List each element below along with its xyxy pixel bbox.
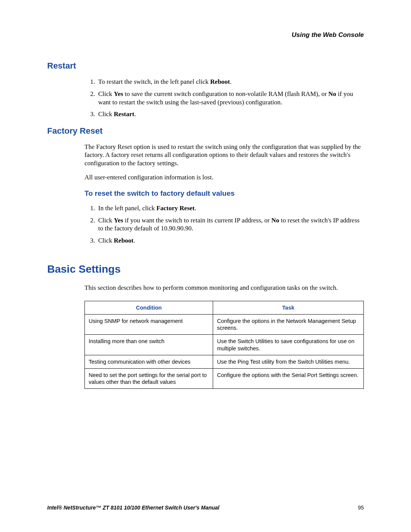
cell-condition: Using SNMP for network management <box>85 315 213 335</box>
bold-term: No <box>328 90 336 97</box>
table-header-row: Condition Task <box>85 301 364 315</box>
table-row: Need to set the port settings for the se… <box>85 368 364 388</box>
cell-task: Use the Switch Utilities to save configu… <box>213 335 364 355</box>
table-row: Testing communication with other devices… <box>85 355 364 368</box>
footer-title: Intel® NetStructure™ ZT 8101 10/100 Ethe… <box>47 505 219 511</box>
document-page: Using the Web Console Restart To restart… <box>0 0 411 532</box>
col-header-task: Task <box>213 301 364 315</box>
cell-task: Configure the options with the Serial Po… <box>213 368 364 388</box>
page-number: 95 <box>358 505 364 511</box>
list-item: In the left panel, click Factory Reset. <box>97 204 364 212</box>
step-text: Click <box>98 110 114 118</box>
step-text: Click <box>98 90 114 97</box>
step-text: Click <box>98 217 114 224</box>
cell-condition: Installing more than one switch <box>85 335 213 355</box>
table-row: Installing more than one switch Use the … <box>85 335 364 355</box>
list-item: Click Restart. <box>97 110 364 118</box>
bold-term: Reboot <box>210 78 230 85</box>
list-item: Click Reboot. <box>97 236 364 245</box>
heading-basic-settings: Basic Settings <box>47 263 364 275</box>
bold-term: No <box>271 217 279 224</box>
step-text: In the left panel, click <box>98 204 156 212</box>
step-text: . <box>134 237 135 244</box>
list-item: Click Yes to save the current switch con… <box>97 90 364 107</box>
factory-reset-steps: In the left panel, click Factory Reset. … <box>84 204 364 245</box>
step-text: . <box>134 110 136 118</box>
body-text: This section describes how to perform co… <box>84 284 364 389</box>
list-item: Click Yes if you want the switch to reta… <box>97 216 364 233</box>
bold-term: Reboot <box>114 237 134 244</box>
cell-condition: Need to set the port settings for the se… <box>85 368 213 388</box>
bold-term: Yes <box>114 217 123 224</box>
bold-term: Factory Reset <box>156 204 195 212</box>
bold-term: Yes <box>114 90 123 97</box>
list-item: To restart the switch, in the left panel… <box>97 78 364 86</box>
heading-restart: Restart <box>47 61 364 71</box>
step-text: to save the current switch configuration… <box>123 90 328 97</box>
step-text: To restart the switch, in the left panel… <box>98 78 210 85</box>
step-text: Click <box>98 237 114 244</box>
paragraph: All user-entered configuration informati… <box>84 173 364 181</box>
cell-task: Configure the options in the Network Man… <box>213 315 364 335</box>
paragraph: The Factory Reset option is used to rest… <box>84 143 364 167</box>
step-text: . <box>230 78 231 85</box>
body-text: The Factory Reset option is used to rest… <box>84 143 364 198</box>
cell-task: Use the Ping Test utility from the Switc… <box>213 355 364 368</box>
heading-factory-reset: Factory Reset <box>47 126 364 136</box>
restart-steps: To restart the switch, in the left panel… <box>84 78 364 118</box>
step-text: if you want the switch to retain its cur… <box>123 217 271 224</box>
running-header: Using the Web Console <box>47 31 364 39</box>
page-footer: Intel® NetStructure™ ZT 8101 10/100 Ethe… <box>47 505 364 511</box>
col-header-condition: Condition <box>85 301 213 315</box>
subheading-factory-reset-procedure: To reset the switch to factory default v… <box>84 189 364 198</box>
step-text: . <box>194 204 196 212</box>
cell-condition: Testing communication with other devices <box>85 355 213 368</box>
conditions-table: Condition Task Using SNMP for network ma… <box>84 301 364 389</box>
table-row: Using SNMP for network management Config… <box>85 315 364 335</box>
bold-term: Restart <box>114 110 134 118</box>
paragraph: This section describes how to perform co… <box>84 284 364 292</box>
